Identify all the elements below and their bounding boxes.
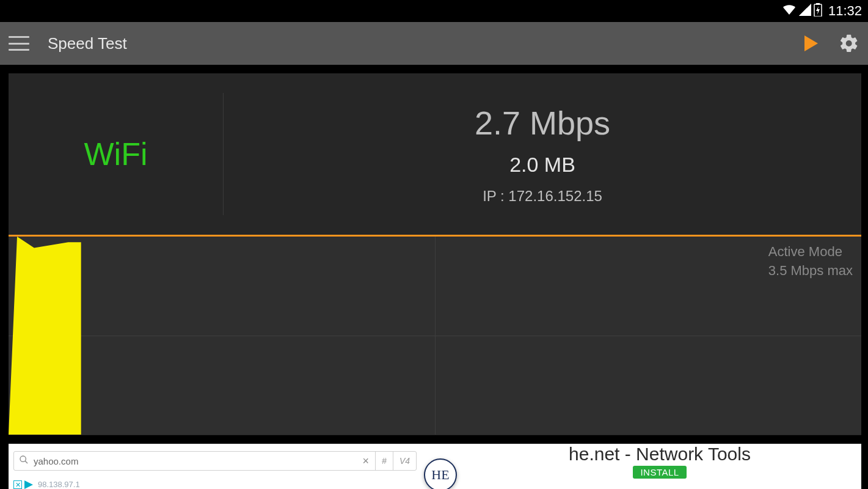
svg-line-4 (25, 461, 27, 463)
chart-labels: Active Mode 3.5 Mbps max (768, 243, 853, 281)
wifi-icon (782, 4, 797, 18)
ad-hash[interactable]: # (375, 452, 393, 470)
app-title: Speed Test (48, 34, 127, 53)
ad-close-icon[interactable]: ✕ (13, 480, 22, 489)
chart-fill (9, 237, 861, 435)
chart-mode: Active Mode (768, 243, 853, 262)
ad-left: × # V4 HE ✕ 98.138.97.1 (9, 444, 458, 489)
app-bar: Speed Test (0, 22, 868, 65)
speed-chart: Active Mode 3.5 Mbps max (9, 237, 861, 435)
ad-banner[interactable]: × # V4 HE ✕ 98.138.97.1 he.net - Network… (9, 444, 861, 489)
search-icon (19, 455, 29, 467)
settings-button[interactable] (839, 33, 859, 54)
signal-icon (799, 4, 811, 18)
chart-max: 3.5 Mbps max (768, 262, 853, 281)
info-panel: WiFi 2.7 Mbps 2.0 MB IP : 172.16.152.15 (9, 73, 861, 235)
ad-title: he.net - Network Tools (569, 444, 751, 465)
ad-search-row: × # V4 (13, 451, 417, 471)
battery-charging-icon (814, 3, 822, 19)
speed-value: 2.7 Mbps (475, 104, 610, 142)
adchoices-icon[interactable] (24, 480, 33, 489)
ad-right: he.net - Network Tools INSTALL (458, 444, 861, 479)
data-size: 2.0 MB (509, 153, 575, 177)
install-button[interactable]: INSTALL (633, 466, 686, 479)
stats-panel: 2.7 Mbps 2.0 MB IP : 172.16.152.15 (224, 73, 861, 235)
connection-panel: WiFi (9, 93, 224, 215)
play-button[interactable] (804, 35, 818, 51)
ip-address: IP : 172.16.152.15 (483, 188, 602, 205)
svg-marker-2 (9, 237, 81, 435)
svg-rect-1 (816, 3, 820, 5)
clear-icon[interactable]: × (357, 455, 376, 468)
ad-search-input[interactable] (34, 456, 357, 466)
connection-type: WiFi (84, 136, 148, 172)
status-bar: 11:32 (0, 0, 868, 22)
status-time: 11:32 (828, 3, 862, 19)
ad-logo: HE (424, 458, 457, 489)
ad-subip: 98.138.97.1 (38, 480, 80, 489)
menu-icon[interactable] (9, 36, 29, 51)
svg-point-3 (20, 456, 26, 461)
main-panel: WiFi 2.7 Mbps 2.0 MB IP : 172.16.152.15 … (9, 73, 861, 435)
ad-v4[interactable]: V4 (393, 452, 416, 470)
